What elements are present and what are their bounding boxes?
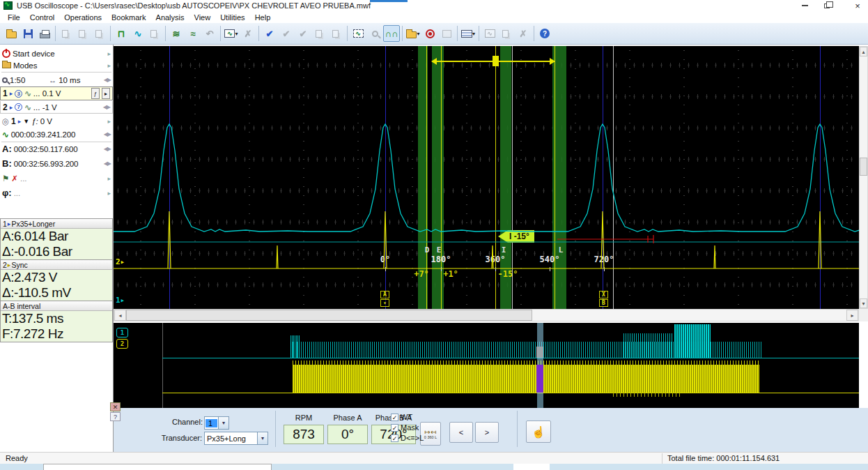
toolbar-save-file-button[interactable] <box>20 25 36 42</box>
checkbox-icon[interactable]: ✓ <box>391 434 398 442</box>
next-cycle-button[interactable]: > <box>475 422 499 443</box>
toolbar-accept-up-button[interactable]: ✔ <box>295 25 311 42</box>
scope-display[interactable]: 0°180°360°540°720°+7°+1°-15°DEIL2▸1▸I -1… <box>114 46 859 309</box>
trigger-level[interactable]: 0 V <box>40 117 52 126</box>
trigger-row[interactable]: ◎ 1 ▸ ▼ ƒ: 0 V ▸ <box>0 115 113 127</box>
toolbar-script-panel-button[interactable]: ▾ <box>460 25 476 42</box>
overview-channel-1-button[interactable]: 1 <box>116 328 128 338</box>
prev-cycle-button[interactable]: < <box>449 422 473 443</box>
cursor-b-row[interactable]: B: 000:32:56.993.200 ◀▶ <box>0 158 113 169</box>
toolbar-open-script-button[interactable]: ▾ <box>405 25 421 42</box>
scope-horizontal-scrollbar[interactable]: ◂ ▸ <box>114 309 859 321</box>
scroll-up-button[interactable]: ▴ <box>860 47 867 56</box>
toolbar-print-button[interactable] <box>36 25 53 42</box>
timebase-value[interactable]: 10 ms <box>59 76 80 84</box>
panel-help-button[interactable]: ? <box>110 412 121 421</box>
left-right-arrows-icon[interactable]: ◀▶ <box>104 131 111 137</box>
channel-1-coupling-button[interactable]: ƒ <box>91 88 100 99</box>
toolbar-result-doc-button[interactable] <box>498 25 515 42</box>
dropdown-arrow-icon[interactable]: ▾ <box>472 31 475 37</box>
menu-file[interactable]: File <box>3 13 25 22</box>
checkbox-mask[interactable]: ✓Mask <box>391 423 419 432</box>
toolbar-clear-view-button[interactable]: ✗ <box>240 25 256 42</box>
toolbar-pulse-marker-button[interactable]: ⊓ <box>113 25 130 42</box>
channel-1-row[interactable]: 1 ▸ 3 ∿ ... 0.1 V ƒ ▸ <box>0 86 113 100</box>
toolbar-waveform-marker-button[interactable]: ∿ <box>130 25 146 42</box>
toolbar-stop-script-button[interactable] <box>438 25 455 42</box>
checkbox-dl[interactable]: ✓D<=>L <box>391 433 424 443</box>
dropdown-arrow-icon[interactable]: ▾ <box>417 31 419 37</box>
checkbox-icon[interactable]: ✓ <box>391 424 398 432</box>
scope-vertical-scrollbar[interactable]: ▴ ▾ <box>859 46 868 309</box>
channel-1-range[interactable]: ... 0.1 V <box>33 89 61 98</box>
toolbar-paste-marker-button[interactable] <box>146 25 163 42</box>
pan-hand-button[interactable]: ☝ <box>526 420 551 443</box>
menu-view[interactable]: View <box>189 13 216 22</box>
scroll-right-button[interactable]: ▸ <box>846 310 858 321</box>
start-device-row[interactable]: Start device ▸ <box>0 47 113 59</box>
toolbar-undo-button[interactable]: ↶ <box>201 25 218 42</box>
toolbar-fit-signal-button[interactable]: ≋ <box>168 25 185 42</box>
toolbar-overlay-chart-button[interactable] <box>350 25 366 42</box>
left-right-arrows-icon[interactable]: ◀▶ <box>104 146 111 152</box>
channel-2-row[interactable]: 2 ▸ 7 ∿ ... -1 V ◀▶ <box>0 101 113 114</box>
scroll-thumb[interactable] <box>860 158 867 176</box>
scroll-thumb[interactable] <box>126 310 532 321</box>
toolbar-result-chart-button[interactable] <box>481 25 498 42</box>
menu-help[interactable]: Help <box>250 13 276 22</box>
phase-row[interactable]: φ: ... ▸ <box>0 187 113 199</box>
modes-row[interactable]: Modes ▸ <box>0 59 113 71</box>
cursor-a-value[interactable]: 000:32:50.117.600 <box>14 145 78 153</box>
menu-bookmark[interactable]: Bookmark <box>107 13 151 22</box>
cursor-b-value[interactable]: 000:32:56.993.200 <box>14 160 79 168</box>
toolbar-search-chart-button[interactable] <box>366 25 383 42</box>
menu-operations[interactable]: Operations <box>59 13 107 22</box>
toolbar-result-delete-button[interactable]: ✗ <box>515 25 532 42</box>
chevron-down-icon[interactable]: ▾ <box>257 432 268 444</box>
scroll-down-button[interactable]: ▾ <box>860 298 867 308</box>
toolbar-accept-down-button[interactable]: ✔ <box>278 25 295 42</box>
checkbox-wt[interactable]: ✓WT <box>391 412 412 422</box>
menu-analysis[interactable]: Analysis <box>151 13 189 22</box>
marker-row[interactable]: ⚑ ✗ ... ▸ <box>0 172 113 184</box>
zoom-timebase-row[interactable]: 1:50 ↔ 10 ms ◀▶ <box>0 74 113 86</box>
overview-channel-2-button[interactable]: 2 <box>116 339 128 349</box>
close-button[interactable]: × <box>847 0 868 11</box>
toolbar-open-file-button[interactable] <box>3 25 20 42</box>
cursor-a-row[interactable]: A: 000:32:50.117.600 ◀▶ <box>0 143 113 155</box>
toolbar-accept-button[interactable]: ✔ <box>261 25 278 42</box>
toolbar-run-script-button[interactable] <box>421 25 438 42</box>
measure-panel-1-header[interactable]: 1 ▸ Px35+Longer <box>1 219 112 229</box>
position-row[interactable]: ∿ 000:00:39.241.200 ◀▶ <box>0 128 113 140</box>
left-right-arrows-icon[interactable]: ◀▶ <box>103 104 110 110</box>
record-overview-panel[interactable]: 1 2 <box>114 323 859 408</box>
menu-utilities[interactable]: Utilities <box>215 13 249 22</box>
restore-button[interactable] <box>816 0 837 11</box>
toolbar-export-image-button[interactable] <box>91 25 108 42</box>
zoom-value[interactable]: 1:50 <box>10 76 25 84</box>
transducer-select[interactable]: Px35+Long ▾ <box>204 432 268 445</box>
toolbar-copy-image-button[interactable] <box>58 25 75 42</box>
channel-1-expand-button[interactable]: ▸ <box>102 88 110 99</box>
measure-panel-ab-header[interactable]: A-B interval <box>1 301 112 311</box>
scroll-left-button[interactable]: ◂ <box>114 310 126 321</box>
channel-select[interactable]: 1 ▾ <box>204 416 229 430</box>
toolbar-copy-image-alt-button[interactable] <box>75 25 91 42</box>
toolbar-help-button[interactable]: ? <box>536 25 553 42</box>
menu-control[interactable]: Control <box>25 13 59 22</box>
minimize-button[interactable] <box>794 0 815 11</box>
chevron-down-icon[interactable]: ▾ <box>218 417 228 429</box>
left-right-arrows-icon[interactable]: ◀▶ <box>104 160 111 167</box>
checkbox-icon[interactable]: ✓ <box>391 414 398 421</box>
overview-cursor-handle[interactable] <box>536 347 543 358</box>
channel-2-range[interactable]: ... -1 V <box>33 103 57 112</box>
panel-close-button[interactable]: ✕ <box>110 402 121 411</box>
toolbar-report-alt-button[interactable] <box>328 25 345 42</box>
toolbar-view-mode-button[interactable]: ▾ <box>223 25 240 42</box>
toolbar-fit-signal-alt-button[interactable]: ≈ <box>185 25 201 42</box>
position-value[interactable]: 000:00:39.241.200 <box>11 130 76 139</box>
dropdown-arrow-icon[interactable]: ▾ <box>235 31 238 37</box>
measure-panel-2-header[interactable]: 2 ▸ Sync <box>1 260 112 270</box>
left-right-arrows-icon[interactable]: ◀▶ <box>104 77 111 83</box>
toolbar-report-button[interactable] <box>311 25 328 42</box>
